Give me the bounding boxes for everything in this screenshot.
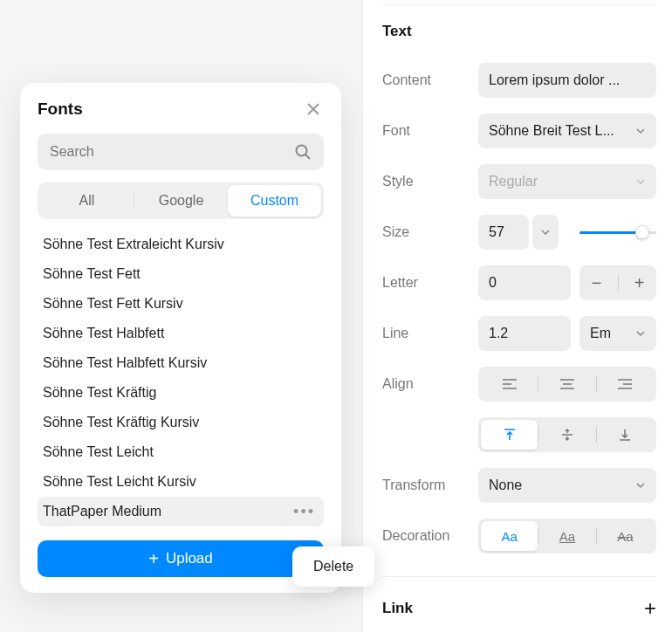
text-align-segment [478,367,656,402]
decrement-button[interactable]: − [584,273,610,293]
align-middle-icon [560,428,574,442]
chevron-down-icon [635,328,646,339]
font-item[interactable]: Söhne Test Extraleicht Kursiv [38,230,324,259]
align-top-icon [503,428,517,442]
font-item[interactable]: Söhne Test Halbfett [38,319,324,348]
size-input[interactable]: 57 [478,215,529,250]
font-item[interactable]: Söhne Test Kräftig Kursiv [38,408,324,437]
letter-input[interactable]: 0 [478,265,571,300]
svg-point-0 [297,146,307,156]
section-title-link: Link [382,600,413,617]
align-center-button[interactable] [538,369,595,399]
font-item[interactable]: Söhne Test Leicht Kursiv [38,467,324,497]
font-item[interactable]: ThatPaper Medium ••• [38,497,324,526]
valign-top-button[interactable] [481,420,538,450]
close-button[interactable] [303,99,324,120]
letter-stepper: − + [579,265,656,300]
font-item[interactable]: Söhne Test Kräftig [38,378,324,408]
tab-google[interactable]: Google [134,185,228,216]
label-content: Content [382,72,478,88]
label-align: Align [382,376,478,392]
decoration-underline-button[interactable]: Aa [538,521,595,551]
decoration-strike-button[interactable]: Aa [597,521,654,551]
font-source-tabs: All Google Custom [38,182,324,219]
valign-middle-button[interactable] [538,420,595,450]
chevron-down-icon [635,176,646,187]
align-bottom-icon [618,428,632,442]
section-title-text: Text [382,23,656,40]
chevron-down-icon [635,480,646,491]
align-right-icon [618,378,632,390]
vertical-align-segment [478,417,656,452]
increment-button[interactable]: + [627,273,653,293]
transform-select[interactable]: None [478,468,656,503]
style-select[interactable]: Regular [478,164,656,199]
search-icon [294,143,312,161]
label-line: Line [382,326,478,341]
align-right-button[interactable] [597,369,654,399]
close-icon [306,102,320,116]
label-transform: Transform [382,477,478,493]
content-field[interactable]: Lorem ipsum dolor ... [478,63,656,98]
align-left-button[interactable] [481,369,538,399]
fonts-title: Fonts [38,100,83,119]
size-slider[interactable] [567,215,656,250]
label-size: Size [382,224,478,240]
line-unit-select[interactable]: Em [579,316,656,351]
more-icon[interactable]: ••• [290,503,319,521]
context-menu-delete[interactable]: Delete [292,546,374,587]
decoration-segment: Aa Aa Aa [478,519,656,553]
fonts-panel: Fonts All Google Custom Söhne Test Extra… [20,83,341,593]
label-decoration: Decoration [382,528,478,544]
slider-thumb[interactable] [635,225,649,239]
decoration-none-button[interactable]: Aa [481,521,538,551]
tab-custom[interactable]: Custom [228,185,321,216]
chevron-down-icon [635,126,646,136]
search-input[interactable] [50,144,294,160]
font-select[interactable]: Söhne Breit Test L... [478,113,656,148]
label-style: Style [382,174,478,189]
chevron-down-icon [540,227,551,237]
label-letter: Letter [382,275,478,291]
plus-icon: + [148,549,159,569]
line-input[interactable]: 1.2 [478,316,571,351]
valign-bottom-button[interactable] [597,420,654,450]
align-center-icon [560,378,574,390]
font-item[interactable]: Söhne Test Fett Kursiv [38,289,324,319]
upload-button[interactable]: + Upload [38,540,324,577]
size-dropdown[interactable] [532,215,559,250]
font-item[interactable]: Söhne Test Fett [38,259,324,289]
properties-panel: Text Content Lorem ipsum dolor ... Font … [362,0,672,632]
tab-all[interactable]: All [40,185,134,216]
label-font: Font [382,123,478,139]
font-item[interactable]: Söhne Test Halbfett Kursiv [38,348,324,378]
font-list[interactable]: Söhne Test Extraleicht Kursiv Söhne Test… [20,230,341,526]
search-input-wrap[interactable] [38,134,324,170]
font-item[interactable]: Söhne Test Leicht [38,437,324,467]
align-left-icon [503,378,517,390]
add-link-button[interactable]: + [644,596,656,621]
